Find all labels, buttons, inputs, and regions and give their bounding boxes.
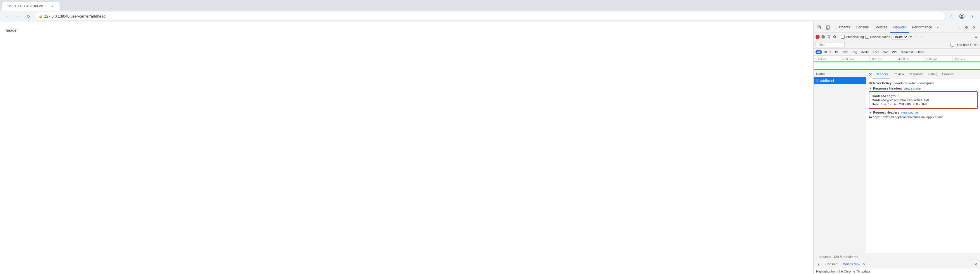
browser-window: 127.0.0.1:8040/user-center/addhead ✕ ← →… <box>0 0 980 274</box>
menu-button[interactable]: ⋮ <box>968 12 977 21</box>
bottom-tab-whats-new[interactable]: What's New ✕ <box>841 260 868 268</box>
headers-tabs: ✕ Headers Preview Response Timing Cookie… <box>866 70 980 79</box>
referrer-policy-label: Referrer Policy: <box>869 82 892 85</box>
highlights-text: Highlights from the Chrome 79 update <box>816 269 870 273</box>
devtools-device-button[interactable] <box>824 24 831 31</box>
tab-sources[interactable]: Sources <box>872 22 890 33</box>
date-name: Date: <box>872 103 880 106</box>
panel-tab-timing[interactable]: Timing <box>925 70 940 79</box>
import-button[interactable]: ↑ <box>914 35 918 39</box>
timeline-tick-6: 6000 ms <box>952 56 980 61</box>
tab-bar: 127.0.0.1:8040/user-center/addhead ✕ <box>0 0 980 11</box>
record-button[interactable] <box>816 35 819 39</box>
timeline-progress-bar <box>814 69 980 70</box>
panel-tab-response[interactable]: Response <box>906 70 926 79</box>
devtools-close-button[interactable]: ✕ <box>970 24 978 31</box>
network-settings-button[interactable]: ⚙ <box>974 35 978 39</box>
header-row-content-type: Content-Type: text/html;charset=UTF-8 <box>872 98 975 102</box>
hide-data-urls-checkbox[interactable] <box>950 43 954 46</box>
address-bar: ← → ⟳ 🔒 127.0.0.1:8040/user-center/addhe… <box>0 11 980 22</box>
panel-tab-headers[interactable]: Headers <box>873 70 890 79</box>
reload-button[interactable]: ⟳ <box>25 12 33 21</box>
devtools-bottom-tabs: ⋮ Console What's New ✕ ✕ <box>814 260 980 268</box>
page-header-text: header <box>6 28 18 32</box>
type-filter-ws[interactable]: WS <box>891 50 899 54</box>
requests-count: 1 requests <box>816 255 831 258</box>
headers-content: Referrer Policy: no-referrer-when-downgr… <box>866 79 980 121</box>
bottom-bar-right: ✕ <box>973 261 979 267</box>
section-arrow: ▼ <box>869 87 872 90</box>
type-filter-img[interactable]: Img <box>850 50 858 54</box>
timeline-tick-4: 4000 ms <box>897 56 924 61</box>
tab-performance[interactable]: Performance <box>909 22 935 33</box>
accept-name: Accept: <box>869 115 880 119</box>
timeline-ruler: 1000 ms 2000 ms 3000 ms 4000 ms 5000 ms … <box>814 56 980 61</box>
export-button[interactable]: ↓ <box>920 35 924 39</box>
preserve-log-label[interactable]: Preserve log <box>841 35 864 38</box>
timeline-blue-line <box>814 61 980 62</box>
bottom-dots-button[interactable]: ⋮ <box>815 261 822 268</box>
timeline-tick-3: 3000 ms <box>869 56 897 61</box>
preserve-log-checkbox[interactable] <box>841 35 845 38</box>
svg-rect-2 <box>818 26 819 27</box>
accept-value: text/html,application/xhtml+xml,applicat… <box>881 115 943 119</box>
type-filter-all[interactable]: All <box>816 50 822 54</box>
whats-new-close[interactable]: ✕ <box>861 262 866 266</box>
search-button[interactable] <box>832 35 837 39</box>
type-filter-css[interactable]: CSS <box>840 50 850 54</box>
url-bar[interactable]: 🔒 127.0.0.1:8040/user-center/addhead <box>35 12 945 21</box>
type-filter-js[interactable]: JS <box>833 50 840 54</box>
request-icon <box>816 79 819 83</box>
filter-button[interactable] <box>827 35 831 39</box>
main-area: header Elements Console <box>0 22 980 274</box>
devtools-bottom-close[interactable]: ✕ <box>973 261 979 267</box>
response-headers-view-source[interactable]: view source <box>904 87 921 90</box>
clear-button[interactable] <box>821 35 826 39</box>
type-filter-manifest[interactable]: Manifest <box>899 50 915 54</box>
devtools-settings-button[interactable]: ⚙ <box>963 24 970 31</box>
svg-point-1 <box>961 15 963 17</box>
profile-button[interactable] <box>958 12 966 21</box>
devtools-inspect-button[interactable] <box>816 24 823 31</box>
tab-elements[interactable]: Elements <box>832 22 853 33</box>
forward-button[interactable]: → <box>14 12 22 21</box>
name-column-header: Name <box>814 70 866 77</box>
bottom-tab-console[interactable]: Console <box>823 260 840 268</box>
bookmark-button[interactable]: ☆ <box>947 12 955 21</box>
devtools-panel: Elements Console Sources Network Perform… <box>813 22 980 274</box>
tab-console[interactable]: Console <box>853 22 872 33</box>
header-row-date: Date: Tue, 17 Dec 2019 06:36:05 GMT <box>872 103 975 106</box>
timeline-tick-5: 5000 ms <box>924 56 952 61</box>
browser-tab[interactable]: 127.0.0.1:8040/user-center/addhead ✕ <box>2 2 60 11</box>
request-headers-view-source[interactable]: view source <box>901 111 918 114</box>
hide-data-urls-label[interactable]: Hide data URLs <box>950 43 978 46</box>
panel-tab-cookies[interactable]: Cookies <box>940 70 956 79</box>
content-length-value: 6 <box>898 94 900 98</box>
type-filter-xhr[interactable]: XHR <box>822 50 832 54</box>
response-headers-box: Content-Length: 6 Content-Type: text/htm… <box>869 91 978 109</box>
back-button[interactable]: ← <box>3 12 12 21</box>
type-filter-other[interactable]: Other <box>915 50 926 54</box>
request-headers-title: ▼ Request Headers <box>869 111 899 114</box>
panel-tab-preview[interactable]: Preview <box>890 70 906 79</box>
svg-line-12 <box>835 37 836 38</box>
filter-input[interactable] <box>816 42 845 47</box>
filter-bar: Hide data URLs <box>814 41 980 49</box>
highlights-bar: Highlights from the Chrome 79 update <box>814 268 980 274</box>
type-filter-media[interactable]: Media <box>859 50 871 54</box>
devtools-more-button[interactable]: ⋮ <box>955 24 963 31</box>
headers-panel: ✕ Headers Preview Response Timing Cookie… <box>866 70 980 253</box>
panel-close-button[interactable]: ✕ <box>867 71 873 77</box>
tab-close-button[interactable]: ✕ <box>50 4 55 8</box>
type-filter-font[interactable]: Font <box>871 50 881 54</box>
request-item-addhead[interactable]: addhead <box>814 77 866 84</box>
type-filter-doc[interactable]: Doc <box>881 50 890 54</box>
referrer-policy-row: Referrer Policy: no-referrer-when-downgr… <box>869 82 978 85</box>
throttle-select[interactable]: Online <box>891 34 908 40</box>
disable-cache-label[interactable]: Disable cache <box>865 35 890 38</box>
devtools-more-tabs[interactable]: » <box>935 22 940 33</box>
toolbar-divider <box>839 35 839 39</box>
disable-cache-checkbox[interactable] <box>865 35 869 38</box>
tab-network[interactable]: Network <box>890 22 909 33</box>
network-toolbar: Preserve log Disable cache Online ▼ ↑ ↓ … <box>814 33 980 41</box>
